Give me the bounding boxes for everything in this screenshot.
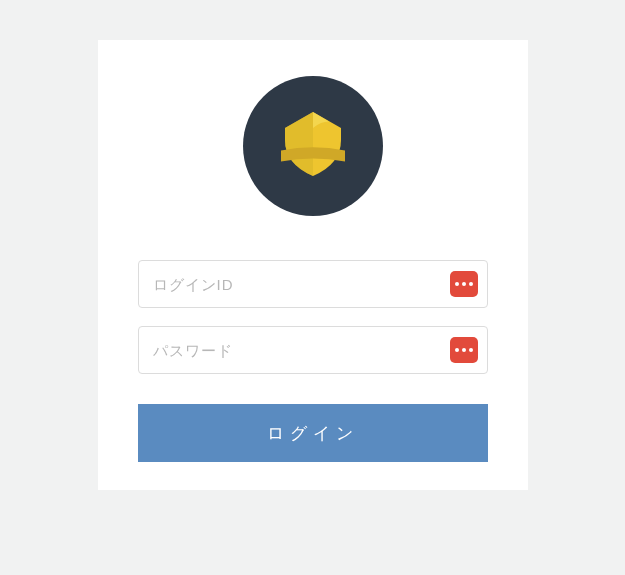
login-button[interactable]: ログイン: [138, 404, 488, 462]
login-id-field: [138, 260, 488, 308]
password-manager-icon[interactable]: [450, 271, 478, 297]
password-input[interactable]: [138, 326, 488, 374]
password-manager-icon[interactable]: [450, 337, 478, 363]
logo-container: [138, 76, 488, 216]
login-id-input[interactable]: [138, 260, 488, 308]
shield-icon: [273, 104, 353, 188]
password-field: [138, 326, 488, 374]
logo-circle: [243, 76, 383, 216]
login-card: ログイン: [98, 40, 528, 490]
